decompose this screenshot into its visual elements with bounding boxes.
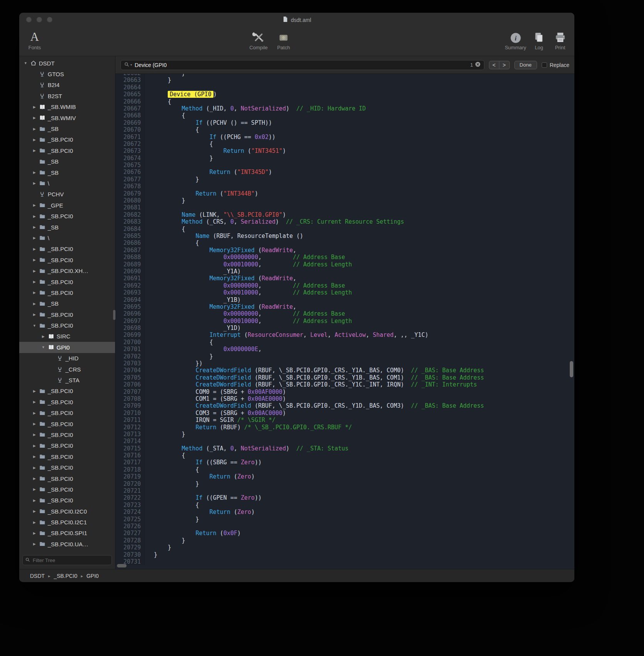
tree-item-sb-pci0-i2c0[interactable]: ▶_SB.PCI0.I2C0 <box>19 506 115 517</box>
disclosure-closed-icon[interactable]: ▶ <box>31 171 38 174</box>
tree-item-sb-wmib[interactable]: ▶_SB.WMIB <box>19 102 115 112</box>
find-next-button[interactable]: > <box>499 61 510 69</box>
disclosure-closed-icon[interactable]: ▶ <box>31 531 38 535</box>
disclosure-closed-icon[interactable]: ▶ <box>31 400 38 404</box>
disclosure-closed-icon[interactable]: ▶ <box>31 444 38 448</box>
tree-item-sb-pci0[interactable]: ▶_SB.PCI0 <box>19 309 115 320</box>
tree-item-sb-pci0[interactable]: ▶_SB.PCI0 <box>19 276 115 287</box>
disclosure-closed-icon[interactable]: ▶ <box>31 269 38 273</box>
disclosure-open-icon[interactable]: ▼ <box>31 324 38 328</box>
print-button[interactable]: Print <box>551 29 569 50</box>
tree-item-sb[interactable]: ▶_SB <box>19 298 115 309</box>
fonts-button[interactable]: A Fonts <box>25 29 45 50</box>
tree-item-sb-pci0[interactable]: ▶_SB.PCI0 <box>19 451 115 462</box>
tree-item-root[interactable]: ▶\ <box>19 178 115 189</box>
disclosure-open-icon[interactable]: ▼ <box>40 345 47 349</box>
tree-item-sb-pci0[interactable]: ▶_SB.PCI0 <box>19 440 115 451</box>
find-previous-button[interactable]: < <box>489 61 499 69</box>
disclosure-closed-icon[interactable]: ▶ <box>31 236 38 240</box>
tree-item-hid[interactable]: ▶_HID <box>19 353 115 364</box>
tree-item-sb-pci0[interactable]: ▶_SB.PCI0 <box>19 484 115 495</box>
tree-item-sirc[interactable]: ▶SIRC <box>19 331 115 342</box>
disclosure-closed-icon[interactable]: ▶ <box>31 389 38 393</box>
disclosure-closed-icon[interactable]: ▶ <box>31 302 38 306</box>
replace-checkbox[interactable] <box>542 62 547 68</box>
disclosure-closed-icon[interactable]: ▶ <box>31 313 38 316</box>
disclosure-closed-icon[interactable]: ▶ <box>31 280 38 284</box>
vertical-scrollbar[interactable] <box>570 361 573 377</box>
disclosure-open-icon[interactable]: ▼ <box>22 61 29 65</box>
disclosure-closed-icon[interactable]: ▶ <box>31 422 38 426</box>
compile-button[interactable]: Compile <box>247 29 270 50</box>
tree-item-sb-pci0[interactable]: ▶_SB.PCI0 <box>19 244 115 254</box>
disclosure-closed-icon[interactable]: ▶ <box>31 509 38 513</box>
disclosure-closed-icon[interactable]: ▶ <box>31 291 38 295</box>
disclosure-closed-icon[interactable]: ▶ <box>31 455 38 459</box>
tree-item-sta[interactable]: ▶_STA <box>19 375 115 385</box>
tree-item-sb-pci0[interactable]: ▶_SB.PCI0 <box>19 408 115 418</box>
patch-button[interactable]: Patch <box>274 29 293 50</box>
find-field[interactable]: ▾ 1 <box>120 60 484 70</box>
disclosure-closed-icon[interactable]: ▶ <box>40 335 47 338</box>
filter-tree-input[interactable] <box>32 557 109 564</box>
tree-item-sb-pci0[interactable]: ▶_SB.PCI0 <box>19 473 115 484</box>
chevron-down-icon[interactable]: ▾ <box>130 63 132 67</box>
tree-item-sb[interactable]: ▶_SB <box>19 167 115 178</box>
tree-item-crs[interactable]: ▶_CRS <box>19 364 115 375</box>
tree-item-dsdt[interactable]: ▼DSDT <box>19 58 115 69</box>
disclosure-closed-icon[interactable]: ▶ <box>31 214 38 218</box>
tree-item-sb-pci0[interactable]: ▶_SB.PCI0 <box>19 418 115 429</box>
tree-item-sb-pci0[interactable]: ▼_SB.PCI0 <box>19 320 115 331</box>
tree-item-sb-pci0[interactable]: ▶_SB.PCI0 <box>19 287 115 298</box>
disclosure-closed-icon[interactable]: ▶ <box>31 542 38 546</box>
tree-item-sb-pci0[interactable]: ▶_SB.PCI0 <box>19 254 115 265</box>
tree-item-sb[interactable]: ▶_SB <box>19 123 115 134</box>
disclosure-closed-icon[interactable]: ▶ <box>31 127 38 131</box>
tree-item-sb-pci0[interactable]: ▶_SB.PCI0 <box>19 495 115 506</box>
tree-item-root[interactable]: ▶\ <box>19 233 115 243</box>
tree-item-gpi0[interactable]: ▼GPI0 <box>19 342 115 353</box>
tree-item-sb-pci0[interactable]: ▶_SB.PCI0 <box>19 134 115 145</box>
clear-search-icon[interactable] <box>475 62 480 69</box>
breadcrumb-item-sb-pci0[interactable]: _SB.PCI0 <box>54 573 77 579</box>
tree-item-sb-pci0-spi1[interactable]: ▶_SB.PCI0.SPI1 <box>19 528 115 539</box>
tree-item-b2i4[interactable]: ▶B2I4 <box>19 80 115 90</box>
disclosure-closed-icon[interactable]: ▶ <box>31 203 38 207</box>
zoom-button[interactable] <box>47 17 52 22</box>
disclosure-closed-icon[interactable]: ▶ <box>31 466 38 470</box>
pane-splitter-handle[interactable] <box>113 310 115 320</box>
find-input[interactable] <box>134 62 468 69</box>
tree-item-sb-pci0[interactable]: ▶_SB.PCI0 <box>19 145 115 156</box>
tree-item-gpe[interactable]: ▶_GPE <box>19 200 115 211</box>
tree-item-sb-pci0[interactable]: ▶_SB.PCI0 <box>19 386 115 397</box>
close-button[interactable] <box>26 17 32 22</box>
disclosure-closed-icon[interactable]: ▶ <box>31 181 38 185</box>
code-editor[interactable]: 20662 }20663 }2066420665 Device (GPI0)20… <box>115 74 574 569</box>
horizontal-scrollbar[interactable] <box>117 564 127 567</box>
tree-item-sb-pci0[interactable]: ▶_SB.PCI0 <box>19 429 115 440</box>
disclosure-closed-icon[interactable]: ▶ <box>31 477 38 480</box>
tree-item-sb-wmiv[interactable]: ▶_SB.WMIV <box>19 112 115 123</box>
tree-item-pchv[interactable]: ▶PCHV <box>19 189 115 200</box>
tree-item-gtos[interactable]: ▶GTOS <box>19 69 115 79</box>
disclosure-closed-icon[interactable]: ▶ <box>31 247 38 251</box>
disclosure-closed-icon[interactable]: ▶ <box>31 116 38 120</box>
tree-item-sb-pci0-xh[interactable]: ▶_SB.PCI0.XH… <box>19 265 115 276</box>
disclosure-closed-icon[interactable]: ▶ <box>31 258 38 262</box>
disclosure-closed-icon[interactable]: ▶ <box>31 433 38 437</box>
tree-item-sb[interactable]: ▶_SB <box>19 156 115 167</box>
filter-tree-field[interactable] <box>22 555 112 565</box>
summary-button[interactable]: i Summary <box>503 29 528 50</box>
tree-item-sb[interactable]: ▶_SB <box>19 222 115 233</box>
disclosure-closed-icon[interactable]: ▶ <box>31 499 38 502</box>
breadcrumb-item-gpi0[interactable]: GPI0 <box>87 573 99 579</box>
tree-item-sb-pci0[interactable]: ▶_SB.PCI0 <box>19 211 115 221</box>
disclosure-closed-icon[interactable]: ▶ <box>31 411 38 415</box>
minimize-button[interactable] <box>37 17 42 22</box>
disclosure-closed-icon[interactable]: ▶ <box>31 225 38 229</box>
disclosure-closed-icon[interactable]: ▶ <box>31 487 38 491</box>
disclosure-closed-icon[interactable]: ▶ <box>31 138 38 142</box>
tree-item-sb-pci0-ua[interactable]: ▶_SB.PCI0.UA… <box>19 539 115 549</box>
tree-item-b2st[interactable]: ▶B2ST <box>19 90 115 101</box>
tree-item-sb-pci0[interactable]: ▶_SB.PCI0 <box>19 462 115 473</box>
